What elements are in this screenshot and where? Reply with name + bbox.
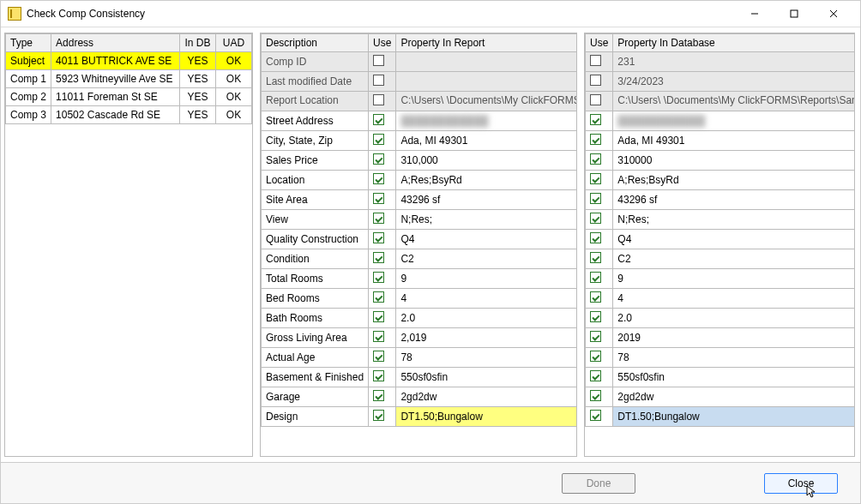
checkbox-checked-icon[interactable] <box>590 272 601 283</box>
cell-value-report[interactable]: 43296 sf <box>396 190 577 210</box>
checkbox-unchecked-icon[interactable] <box>373 55 384 66</box>
cell-value-report[interactable]: 550sf0sfin <box>396 368 577 387</box>
checkbox-checked-icon[interactable] <box>373 173 384 184</box>
checkbox-checked-icon[interactable] <box>373 114 384 125</box>
checkbox-checked-icon[interactable] <box>590 213 601 224</box>
cell-value-database[interactable]: 2019 <box>613 328 855 348</box>
checkbox-checked-icon[interactable] <box>373 213 384 224</box>
cell-value-report[interactable] <box>396 52 577 72</box>
table-row[interactable]: Comp 211011 Foreman St SEYESOK <box>6 88 252 106</box>
cell-value-report[interactable]: DT1.50;Bungalow <box>396 407 577 427</box>
checkbox-checked-icon[interactable] <box>590 153 601 165</box>
checkbox-unchecked-icon[interactable] <box>373 94 384 105</box>
cell-value-database[interactable]: Q4 <box>613 230 855 249</box>
cell-value-report[interactable]: C:\Users\ \Documents\My ClickFORMS\Repor… <box>396 92 577 111</box>
cell-value-report[interactable]: 2,019 <box>396 328 577 348</box>
cell-value-report[interactable]: Q4 <box>396 230 577 249</box>
checkbox-checked-icon[interactable] <box>373 351 384 362</box>
cell-value-report[interactable]: C2 <box>396 249 577 269</box>
cell-value-report[interactable]: Ada, MI 49301 <box>396 131 577 151</box>
checkbox-checked-icon[interactable] <box>373 390 384 401</box>
cell: OK <box>216 70 252 88</box>
checkbox-checked-icon[interactable] <box>590 252 601 263</box>
cell-value-report[interactable]: N;Res; <box>396 210 577 230</box>
cell-value-database[interactable]: 3/24/2023 <box>613 72 855 92</box>
cell-value-report[interactable]: 4 <box>396 289 577 309</box>
col-address[interactable]: Address <box>51 34 180 52</box>
checkbox-checked-icon[interactable] <box>373 291 384 303</box>
checkbox-checked-icon[interactable] <box>590 173 601 184</box>
checkbox-checked-icon[interactable] <box>590 311 601 322</box>
cell-value-database[interactable]: 2.0 <box>613 309 855 328</box>
checkbox-checked-icon[interactable] <box>373 311 384 322</box>
col-description[interactable]: Description <box>262 34 369 52</box>
checkbox-checked-icon[interactable] <box>373 193 384 204</box>
cell-value-database[interactable]: 43296 sf <box>613 190 855 210</box>
cell-value-database[interactable]: N;Res; <box>613 210 855 230</box>
table-row: City, State, ZipAda, MI 49301 <box>262 131 578 151</box>
cell-value-database[interactable]: DT1.50;Bungalow <box>613 407 855 427</box>
cell-value-database[interactable]: 310000 <box>613 151 855 171</box>
close-button[interactable]: Close <box>764 473 838 494</box>
checkbox-checked-icon[interactable] <box>373 272 384 283</box>
checkbox-checked-icon[interactable] <box>590 291 601 303</box>
checkbox-unchecked-icon[interactable] <box>590 94 601 105</box>
col-type[interactable]: Type <box>6 34 51 52</box>
cell-value-report[interactable]: 9 <box>396 269 577 289</box>
table-row[interactable]: Subject4011 BUTTRICK AVE SEYESOK <box>6 52 252 70</box>
cell-value-database[interactable]: 231 <box>613 52 855 72</box>
col-indb[interactable]: In DB <box>180 34 216 52</box>
checkbox-checked-icon[interactable] <box>373 252 384 263</box>
checkbox-checked-icon[interactable] <box>590 193 601 204</box>
cell-value-database[interactable]: 4 <box>613 289 855 309</box>
cell-value-report[interactable]: 78 <box>396 348 577 368</box>
checkbox-checked-icon[interactable] <box>590 331 601 342</box>
checkbox-unchecked-icon[interactable] <box>590 75 601 86</box>
maximize-button[interactable] <box>774 1 814 27</box>
cell-value-database[interactable]: 9 <box>613 269 855 289</box>
close-window-button[interactable] <box>814 1 853 27</box>
cell-value-report[interactable] <box>396 72 577 92</box>
cell: Comp 2 <box>6 88 51 106</box>
checkbox-checked-icon[interactable] <box>373 370 384 381</box>
cell-value-database[interactable]: C:\Users\ \Documents\My ClickFORMS\Repor… <box>613 92 855 111</box>
property-database-pane: Use Property In Database 2313/24/2023 C:… <box>584 33 855 457</box>
checkbox-checked-icon[interactable] <box>590 232 601 243</box>
col-use-db[interactable]: Use <box>586 34 613 52</box>
minimize-button[interactable] <box>735 1 774 27</box>
checkbox-checked-icon[interactable] <box>373 153 384 165</box>
checkbox-unchecked-icon[interactable] <box>590 55 601 66</box>
checkbox-checked-icon[interactable] <box>590 134 601 145</box>
cell-value-database[interactable]: C2 <box>613 249 855 269</box>
checkbox-checked-icon[interactable] <box>590 390 601 401</box>
checkbox-checked-icon[interactable] <box>373 232 384 243</box>
checkbox-checked-icon[interactable] <box>590 370 601 381</box>
cell-value-report[interactable]: 2gd2dw <box>396 387 577 407</box>
cell-value-database[interactable]: 550sf0sfin <box>613 368 855 387</box>
cell-value-report[interactable]: 2.0 <box>396 309 577 328</box>
checkbox-checked-icon[interactable] <box>373 331 384 342</box>
col-property-in-database[interactable]: Property In Database <box>613 34 855 52</box>
cell-value-database[interactable]: 2gd2dw <box>613 387 855 407</box>
checkbox-unchecked-icon[interactable] <box>373 75 384 86</box>
checkbox-checked-icon[interactable] <box>590 410 601 421</box>
col-property-in-report[interactable]: Property In Report <box>396 34 577 52</box>
cell-value-database[interactable]: ████████████ <box>613 111 855 131</box>
cell-value-report[interactable]: ████████████ <box>396 111 577 131</box>
done-button[interactable]: Done <box>562 473 635 494</box>
table-row[interactable]: Comp 15923 Whitneyville Ave SEYESOK <box>6 70 252 88</box>
col-uad[interactable]: UAD <box>216 34 252 52</box>
checkbox-checked-icon[interactable] <box>590 351 601 362</box>
checkbox-checked-icon[interactable] <box>373 410 384 421</box>
property-report-table: Description Use Property In Report Comp … <box>261 33 577 427</box>
cell-value-report[interactable]: A;Res;BsyRd <box>396 171 577 190</box>
checkbox-checked-icon[interactable] <box>373 134 384 145</box>
table-row[interactable]: Comp 310502 Cascade Rd SEYESOK <box>6 106 252 124</box>
table-row: Last modified Date <box>262 72 578 92</box>
col-use-report[interactable]: Use <box>369 34 396 52</box>
cell-value-database[interactable]: 78 <box>613 348 855 368</box>
cell-value-database[interactable]: Ada, MI 49301 <box>613 131 855 151</box>
checkbox-checked-icon[interactable] <box>590 114 601 125</box>
cell-value-report[interactable]: 310,000 <box>396 151 577 171</box>
cell-value-database[interactable]: A;Res;BsyRd <box>613 171 855 190</box>
